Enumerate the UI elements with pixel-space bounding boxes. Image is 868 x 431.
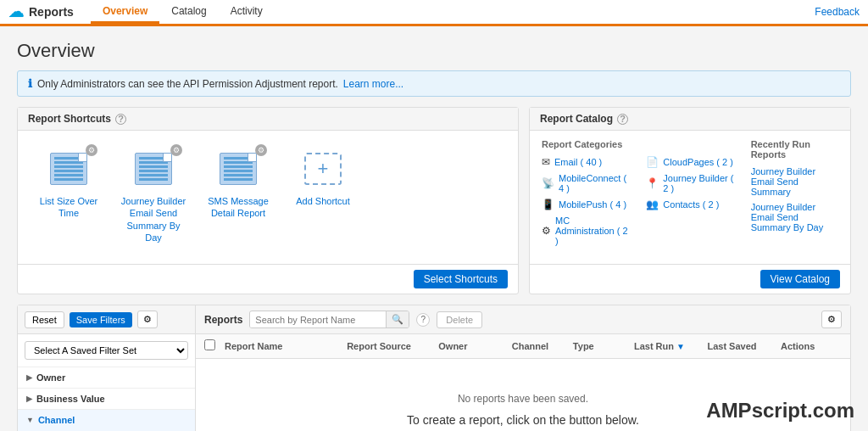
save-filters-button[interactable]: Save Filters bbox=[70, 312, 132, 327]
learn-more-link[interactable]: Learn more... bbox=[343, 78, 403, 90]
shortcut-report-icon bbox=[50, 153, 87, 185]
app-logo: ☁ Reports bbox=[8, 3, 74, 21]
add-shortcut-icon: + bbox=[304, 153, 342, 185]
shortcuts-panel: Report Shortcuts ? ⚙ List Size Over Time bbox=[17, 107, 519, 294]
page-content: Overview ℹ Only Administrators can see t… bbox=[0, 26, 868, 431]
catalog-item[interactable]: 👥 Contacts ( 2 ) bbox=[646, 199, 733, 210]
tab-activity[interactable]: Activity bbox=[219, 0, 275, 24]
email-cat-icon: ✉ bbox=[542, 156, 550, 168]
shortcut-item[interactable]: ⚙ SMS Message Detail Report bbox=[204, 148, 272, 243]
shortcut-label: Journey Builder Email Send Summary By Da… bbox=[120, 195, 187, 243]
chevron-right-icon: ▶ bbox=[26, 395, 32, 403]
mcadmin-cat-icon: ⚙ bbox=[542, 225, 551, 237]
search-input[interactable] bbox=[250, 312, 386, 327]
tab-overview[interactable]: Overview bbox=[91, 0, 159, 24]
cloudpages-category-link[interactable]: CloudPages ( 2 ) bbox=[663, 157, 733, 167]
journeybuilder-category-link[interactable]: Journey Builder ( 2 ) bbox=[663, 173, 733, 193]
catalog-item[interactable]: 📡 MobileConnect ( 4 ) bbox=[542, 173, 629, 193]
recently-col-title: Recently Run Reports bbox=[751, 139, 838, 160]
shortcut-report-icon bbox=[135, 153, 172, 185]
categories-col-title: Report Categories bbox=[542, 139, 629, 149]
mcadmin-category-link[interactable]: MC Administration ( 2 ) bbox=[555, 216, 629, 246]
cloudpages-cat-icon: 📄 bbox=[646, 156, 659, 168]
shortcut-gear-badge: ⚙ bbox=[170, 144, 182, 156]
catalog-panel-header: Report Catalog ? bbox=[530, 108, 850, 131]
th-checkbox bbox=[204, 339, 225, 353]
saved-filter-set-select[interactable]: Select A Saved Filter Set bbox=[25, 341, 188, 360]
top-navigation: ☁ Reports Overview Catalog Activity Feed… bbox=[0, 0, 868, 26]
th-actions: Actions bbox=[781, 341, 842, 351]
catalog-item[interactable]: 📍 Journey Builder ( 2 ) bbox=[646, 173, 733, 193]
mobilepush-category-link[interactable]: MobilePush ( 4 ) bbox=[559, 199, 626, 210]
shortcuts-footer: Select Shortcuts bbox=[18, 264, 518, 294]
filter-toolbar: Reset Save Filters ⚙ bbox=[18, 305, 195, 334]
catalog-item[interactable]: ⚙ MC Administration ( 2 ) bbox=[542, 216, 629, 246]
filter-panel: Reset Save Filters ⚙ Select A Saved Filt… bbox=[18, 305, 196, 431]
filter-group-business-header[interactable]: ▶ Business Value bbox=[18, 389, 195, 409]
th-type: Type bbox=[573, 341, 634, 351]
tab-catalog[interactable]: Catalog bbox=[159, 0, 218, 24]
catalog-categories-col2: - 📄 CloudPages ( 2 ) 📍 Journey Builder (… bbox=[646, 139, 733, 251]
th-report-name: Report Name bbox=[225, 341, 347, 351]
th-channel: Channel bbox=[512, 341, 573, 351]
shortcut-label: List Size Over Time bbox=[35, 195, 103, 220]
shortcut-label: SMS Message Detail Report bbox=[204, 195, 272, 220]
catalog-panel: Report Catalog ? Report Categories ✉ Ema… bbox=[529, 107, 851, 294]
shortcut-report-icon bbox=[220, 153, 257, 185]
mobileconnect-category-link[interactable]: MobileConnect ( 4 ) bbox=[559, 173, 629, 193]
mobilepush-cat-icon: 📱 bbox=[542, 199, 554, 210]
add-shortcut-item[interactable]: + Add Shortcut bbox=[289, 148, 357, 243]
catalog-item[interactable]: 📱 MobilePush ( 4 ) bbox=[542, 199, 629, 210]
contacts-category-link[interactable]: Contacts ( 2 ) bbox=[663, 199, 719, 210]
catalog-help-icon[interactable]: ? bbox=[617, 114, 628, 125]
shortcut-icon-wrap: ⚙ bbox=[213, 148, 264, 190]
chevron-down-icon: ▼ bbox=[26, 416, 34, 424]
shortcut-gear-badge: ⚙ bbox=[255, 144, 267, 156]
delete-button[interactable]: Delete bbox=[437, 311, 482, 328]
th-report-source: Report Source bbox=[347, 341, 438, 351]
shortcuts-help-icon[interactable]: ? bbox=[115, 114, 126, 125]
filter-gear-button[interactable]: ⚙ bbox=[137, 311, 158, 328]
reports-toolbar: Reports 🔍 ? Delete ⚙ bbox=[196, 305, 850, 334]
info-text: Only Administrators can see the API Perm… bbox=[37, 78, 338, 90]
cloud-icon: ☁ bbox=[8, 3, 24, 21]
empty-state-msg1: No reports have been saved. bbox=[213, 393, 833, 405]
reports-table-label: Reports bbox=[204, 314, 242, 326]
filter-group-channel-header[interactable]: ▼ Channel bbox=[18, 410, 195, 430]
catalog-item[interactable]: ✉ Email ( 40 ) bbox=[542, 156, 629, 168]
recently-run-item[interactable]: Journey Builder Email Send Summary By Da… bbox=[751, 202, 838, 232]
empty-state: No reports have been saved. To create a … bbox=[196, 359, 850, 431]
filter-group-owner-header[interactable]: ▶ Owner bbox=[18, 367, 195, 388]
sort-arrow-icon: ▼ bbox=[676, 342, 685, 351]
select-all-checkbox[interactable] bbox=[204, 339, 215, 350]
th-last-saved: Last Saved bbox=[707, 341, 781, 351]
catalog-footer: View Catalog bbox=[530, 264, 850, 294]
select-shortcuts-button[interactable]: Select Shortcuts bbox=[414, 270, 508, 288]
reports-section: Reset Save Filters ⚙ Select A Saved Filt… bbox=[17, 305, 851, 431]
search-button[interactable]: 🔍 bbox=[386, 311, 409, 327]
th-last-run: Last Run ▼ bbox=[634, 341, 708, 351]
view-catalog-button[interactable]: View Catalog bbox=[760, 270, 841, 288]
email-category-link[interactable]: Email ( 40 ) bbox=[554, 157, 602, 167]
filter-group-owner-label: Owner bbox=[36, 372, 65, 383]
catalog-panel-title: Report Catalog bbox=[540, 113, 613, 125]
filter-group-business-label: Business Value bbox=[36, 394, 105, 404]
page-title: Overview bbox=[17, 40, 851, 62]
filter-group-channel-label: Channel bbox=[38, 415, 75, 425]
reset-button[interactable]: Reset bbox=[25, 311, 64, 328]
recently-run-item[interactable]: Journey Builder Email Send Summary bbox=[751, 166, 838, 197]
reports-gear-button[interactable]: ⚙ bbox=[821, 311, 842, 328]
filter-group-channel: ▼ Channel All Contacts Email bbox=[18, 409, 195, 431]
feedback-link[interactable]: Feedback bbox=[815, 6, 860, 18]
shortcut-item[interactable]: ⚙ Journey Builder Email Send Summary By … bbox=[120, 148, 187, 243]
shortcut-item[interactable]: ⚙ List Size Over Time bbox=[35, 148, 103, 243]
search-help-icon[interactable]: ? bbox=[416, 313, 430, 327]
shortcuts-panel-title: Report Shortcuts bbox=[28, 113, 111, 125]
filter-group-owner: ▶ Owner bbox=[18, 367, 195, 388]
shortcut-gear-badge: ⚙ bbox=[86, 144, 97, 156]
add-shortcut-label: Add Shortcut bbox=[296, 195, 350, 207]
app-title: Reports bbox=[29, 5, 74, 19]
nav-tabs: Overview Catalog Activity bbox=[91, 0, 275, 24]
catalog-item[interactable]: 📄 CloudPages ( 2 ) bbox=[646, 156, 733, 168]
filter-set-dropdown: Select A Saved Filter Set bbox=[25, 341, 188, 360]
